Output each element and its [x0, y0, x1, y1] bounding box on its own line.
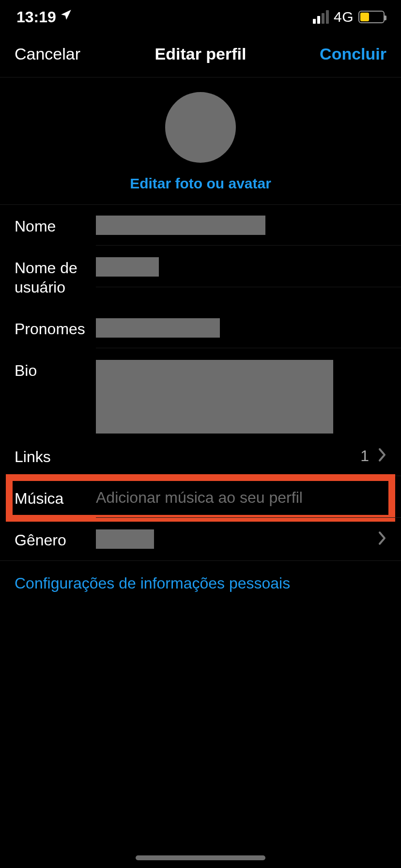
cellular-signal-icon: [313, 10, 329, 24]
pronouns-label: Pronomes: [15, 318, 96, 339]
bio-value-redacted: [96, 360, 333, 434]
profile-form: Nome Nome de usuário Pronomes Bio Links …: [0, 205, 401, 606]
pronouns-value-redacted: [96, 318, 220, 338]
cancel-button[interactable]: Cancelar: [15, 45, 139, 63]
links-label: Links: [15, 446, 96, 466]
home-indicator[interactable]: [136, 855, 265, 860]
status-right: 4G: [313, 9, 385, 25]
name-label: Nome: [15, 216, 96, 236]
edit-avatar-button[interactable]: Editar foto ou avatar: [0, 175, 401, 192]
status-left: 13:19: [16, 8, 73, 26]
gender-label: Gênero: [15, 529, 96, 550]
pronouns-row[interactable]: Pronomes: [0, 308, 401, 349]
network-type-label: 4G: [334, 9, 354, 25]
music-placeholder: Adicionar música ao seu perfil: [96, 489, 303, 507]
music-row[interactable]: Música Adicionar música ao seu perfil: [0, 477, 401, 519]
status-time: 13:19: [16, 8, 56, 26]
name-row[interactable]: Nome: [0, 205, 401, 247]
nav-header: Cancelar Editar perfil Concluir: [0, 34, 401, 78]
personal-info-settings-link[interactable]: Configurações de informações pessoais: [0, 560, 401, 606]
links-row[interactable]: Links 1: [0, 435, 401, 477]
avatar-section: Editar foto ou avatar: [0, 78, 401, 205]
avatar-image[interactable]: [165, 92, 236, 163]
gender-row[interactable]: Gênero: [0, 519, 401, 560]
username-value-redacted: [96, 257, 159, 277]
bio-label: Bio: [15, 360, 96, 380]
status-bar: 13:19 4G: [0, 0, 401, 34]
username-label: Nome de usuário: [15, 257, 96, 297]
name-value-redacted: [96, 216, 265, 235]
chevron-right-icon: [378, 448, 386, 464]
location-arrow-icon: [60, 8, 73, 24]
links-count: 1: [360, 447, 369, 465]
bio-row[interactable]: Bio: [0, 349, 401, 434]
chevron-right-icon: [378, 531, 386, 547]
username-row[interactable]: Nome de usuário: [0, 247, 401, 308]
battery-icon: [358, 11, 385, 23]
done-button[interactable]: Concluir: [262, 45, 386, 63]
page-title: Editar perfil: [139, 45, 262, 63]
gender-value-redacted: [96, 529, 154, 549]
music-label: Música: [15, 488, 96, 508]
